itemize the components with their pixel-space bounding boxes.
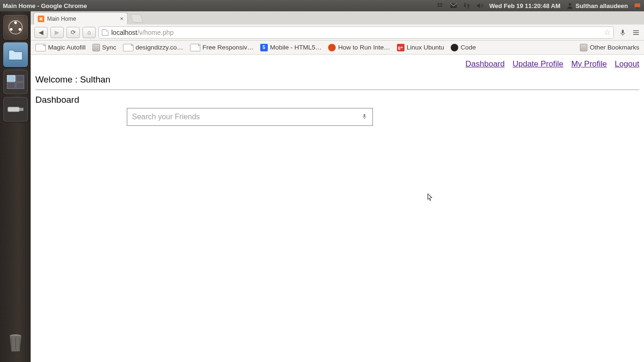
bookmark-label: Other Bookmarks: [590, 44, 639, 51]
url-text: localhost/v/home.php: [111, 29, 601, 36]
chrome-toolbar: ◀ ▶ ⟳ ⌂ localhost/v/home.php ☆: [31, 25, 644, 41]
svg-rect-15: [8, 107, 19, 112]
bookmark-label: How to Run Inte…: [338, 44, 390, 51]
svg-point-1: [569, 3, 571, 6]
page-content: Dashboard Update Profile My Profile Logo…: [31, 55, 644, 362]
svg-rect-21: [633, 30, 639, 31]
bookmarks-bar: Magic Autofill Sync designdizzy.co… Free…: [31, 41, 644, 55]
other-bookmarks[interactable]: Other Bookmarks: [580, 44, 639, 51]
welcome-text: Welcome : Sulthan: [35, 72, 639, 90]
bookmark-magic-autofill[interactable]: Magic Autofill: [35, 44, 86, 51]
section-title: Dashboard: [35, 90, 639, 109]
bookmark-label: Magic Autofill: [48, 44, 86, 51]
bookmark-star-icon[interactable]: ☆: [604, 28, 611, 37]
new-tab-button[interactable]: [130, 14, 144, 23]
search-box[interactable]: [127, 108, 373, 126]
bookmark-linux-ubuntu[interactable]: g+Linux Ubuntu: [397, 44, 445, 51]
unity-launcher: [0, 11, 31, 362]
svg-rect-22: [633, 32, 639, 33]
system-tray: Wed Feb 19 11:20:48 AM Sulthan allaudeen: [437, 2, 641, 9]
svg-point-5: [14, 21, 17, 24]
bookmark-label: Sync: [102, 44, 116, 51]
bookmark-label: Mobile - HTML5…: [270, 44, 322, 51]
back-button[interactable]: ◀: [34, 27, 48, 38]
svg-rect-12: [16, 75, 24, 82]
svg-rect-13: [7, 82, 15, 89]
voice-search-icon[interactable]: [619, 28, 627, 37]
search-input[interactable]: [132, 113, 361, 121]
ubuntu-icon: [328, 44, 336, 51]
user-menu[interactable]: Sulthan allaudeen: [566, 2, 628, 9]
username-label: Sulthan allaudeen: [576, 2, 628, 9]
bookmark-free-responsive[interactable]: Free Responsiv…: [190, 44, 254, 51]
page-icon: [123, 44, 133, 51]
bookmark-sync[interactable]: Sync: [92, 44, 116, 51]
svg-rect-14: [16, 82, 24, 89]
launcher-usb[interactable]: [3, 97, 28, 122]
svg-rect-11: [7, 75, 15, 82]
shutdown-icon[interactable]: [634, 2, 641, 9]
reload-button[interactable]: ⟳: [66, 27, 80, 38]
page-icon: [102, 29, 108, 36]
mic-icon[interactable]: [361, 112, 368, 122]
mail-icon[interactable]: [450, 2, 457, 9]
folder-icon: [580, 44, 587, 51]
bookmark-label: designdizzy.co…: [136, 44, 183, 51]
svg-point-7: [18, 28, 21, 31]
home-button[interactable]: ⌂: [83, 27, 96, 38]
link-my-profile[interactable]: My Profile: [571, 59, 607, 68]
bookmark-code[interactable]: Code: [451, 44, 476, 51]
tab-favicon: ⌘: [38, 16, 44, 22]
launcher-trash[interactable]: [3, 331, 28, 355]
tab-close-icon[interactable]: ×: [120, 15, 124, 22]
folder-icon: [92, 44, 100, 51]
gplus-icon: g+: [397, 44, 405, 51]
svg-rect-24: [363, 114, 365, 117]
bookmark-mobile-html5[interactable]: 5Mobile - HTML5…: [260, 44, 322, 51]
bookmark-designdizzy[interactable]: designdizzy.co…: [123, 44, 183, 51]
dropbox-icon[interactable]: [437, 2, 444, 9]
window-title: Main Home - Google Chrome: [3, 2, 87, 9]
launcher-workspace[interactable]: [3, 70, 28, 94]
link-update-profile[interactable]: Update Profile: [512, 59, 563, 68]
bookmark-label: Code: [461, 44, 476, 51]
link-dashboard[interactable]: Dashboard: [465, 59, 504, 68]
svg-point-6: [9, 28, 12, 31]
tab-title: Main Home: [47, 16, 76, 22]
chrome-window: ⌘ Main Home × ◀ ▶ ⟳ ⌂ localhost/v/home.p…: [31, 11, 644, 362]
svg-text:⌘: ⌘: [39, 17, 43, 21]
html5-icon: 5: [260, 44, 268, 51]
bookmark-label: Free Responsiv…: [203, 44, 254, 51]
svg-rect-23: [633, 34, 639, 35]
svg-rect-16: [19, 108, 23, 111]
address-bar[interactable]: localhost/v/home.php ☆: [99, 26, 614, 39]
forward-button[interactable]: ▶: [50, 27, 64, 38]
browser-tab[interactable]: ⌘ Main Home ×: [33, 12, 128, 25]
page-icon: [35, 44, 46, 51]
network-icon[interactable]: [463, 2, 471, 9]
link-logout[interactable]: Logout: [615, 59, 639, 68]
top-links: Dashboard Update Profile My Profile Logo…: [35, 59, 639, 72]
launcher-files[interactable]: [3, 42, 28, 67]
volume-icon[interactable]: [476, 2, 484, 9]
bookmark-label: Linux Ubuntu: [407, 44, 445, 51]
chrome-tabstrip: ⌘ Main Home ×: [31, 11, 644, 25]
bookmark-how-to-run[interactable]: How to Run Inte…: [328, 44, 390, 51]
launcher-dash[interactable]: [3, 15, 28, 40]
svg-rect-3: [636, 8, 638, 8]
github-icon: [451, 44, 458, 51]
clock[interactable]: Wed Feb 19 11:20:48 AM: [489, 2, 561, 9]
svg-rect-2: [635, 3, 640, 7]
chrome-menu-icon[interactable]: [632, 28, 640, 37]
svg-rect-20: [622, 30, 624, 33]
ubuntu-menubar: Main Home - Google Chrome Wed Feb 19 11:…: [0, 0, 644, 11]
page-icon: [190, 44, 200, 51]
